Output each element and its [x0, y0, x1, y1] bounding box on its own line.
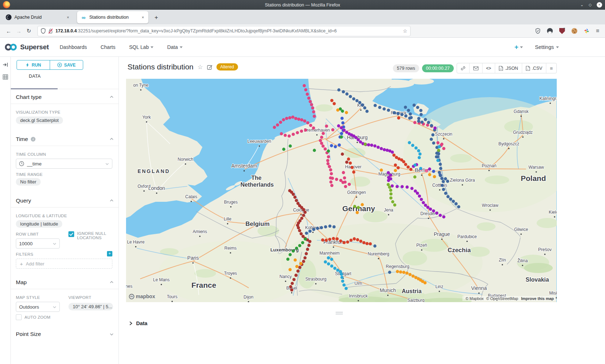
station-dot[interactable]: [442, 180, 445, 183]
save-button[interactable]: SAVE: [50, 60, 83, 69]
station-dot[interactable]: [405, 186, 409, 189]
station-dot[interactable]: [295, 199, 298, 202]
map-style-select[interactable]: Outdoors: [16, 302, 60, 312]
station-dot[interactable]: [440, 143, 444, 146]
station-dot[interactable]: [389, 192, 393, 196]
station-dot[interactable]: [288, 268, 292, 271]
station-dot[interactable]: [440, 177, 444, 180]
station-dot[interactable]: [340, 276, 344, 279]
station-dot[interactable]: [327, 256, 330, 260]
station-dot[interactable]: [420, 120, 424, 124]
station-dot[interactable]: [328, 238, 331, 241]
station-dot[interactable]: [404, 114, 408, 118]
station-dot[interactable]: [400, 113, 404, 116]
tab-apache-druid[interactable]: Apache Druid ×: [2, 11, 73, 23]
station-dot[interactable]: [324, 225, 327, 228]
station-dot[interactable]: [298, 266, 301, 269]
station-dot[interactable]: [352, 170, 355, 174]
station-dot[interactable]: [340, 117, 344, 120]
station-dot[interactable]: [432, 170, 435, 173]
station-dot[interactable]: [430, 124, 433, 127]
station-dot[interactable]: [284, 134, 287, 137]
station-dot[interactable]: [416, 106, 419, 109]
station-dot[interactable]: [331, 177, 334, 180]
station-dot[interactable]: [420, 113, 423, 116]
station-dot[interactable]: [294, 117, 297, 120]
window-minimize-icon[interactable]: ⌄: [580, 3, 583, 7]
station-dot[interactable]: [410, 187, 413, 190]
settings-menu[interactable]: Settings: [535, 44, 559, 50]
station-dot[interactable]: [342, 241, 346, 244]
osm-credit[interactable]: © OpenStreetMap: [486, 296, 518, 301]
station-dot[interactable]: [417, 119, 420, 123]
station-dot[interactable]: [330, 258, 333, 261]
station-dot[interactable]: [352, 97, 355, 100]
station-dot[interactable]: [327, 262, 330, 265]
station-dot[interactable]: [324, 238, 328, 242]
station-dot[interactable]: [322, 132, 325, 135]
tab-close-icon[interactable]: ×: [140, 14, 145, 20]
station-dot[interactable]: [316, 227, 319, 230]
station-dot[interactable]: [439, 214, 442, 217]
improve-map-link[interactable]: Improve this map: [521, 296, 554, 301]
station-dot[interactable]: [337, 124, 340, 128]
station-dot[interactable]: [454, 202, 458, 205]
station-dot[interactable]: [302, 214, 305, 217]
station-dot[interactable]: [292, 278, 296, 281]
station-dot[interactable]: [304, 88, 308, 91]
station-dot[interactable]: [345, 160, 349, 164]
station-dot[interactable]: [389, 188, 393, 192]
station-dot[interactable]: [329, 168, 332, 172]
station-dot[interactable]: [302, 208, 305, 211]
station-dot[interactable]: [447, 195, 450, 198]
station-dot[interactable]: [433, 175, 436, 178]
station-dot[interactable]: [377, 146, 380, 149]
nav-data[interactable]: Data: [167, 44, 183, 50]
station-dot[interactable]: [380, 169, 383, 172]
cookie-extension-icon[interactable]: [572, 28, 577, 34]
tab-data[interactable]: DATA: [29, 74, 41, 79]
station-dot[interactable]: [345, 287, 348, 290]
station-dot[interactable]: [326, 162, 330, 165]
favorite-star-icon[interactable]: ☆: [197, 63, 203, 71]
station-dot[interactable]: [369, 242, 372, 245]
station-dot[interactable]: [282, 148, 286, 151]
station-dot[interactable]: [346, 240, 349, 244]
station-dot[interactable]: [356, 238, 359, 241]
station-dot[interactable]: [449, 197, 452, 201]
station-dot[interactable]: [438, 145, 441, 149]
station-dot[interactable]: [296, 131, 299, 134]
station-dot[interactable]: [304, 128, 307, 132]
tab-stations-distribution[interactable]: ∞ Stations distribution ×: [77, 11, 148, 23]
station-dot[interactable]: [439, 163, 442, 166]
station-dot[interactable]: [441, 184, 444, 187]
station-dot[interactable]: [426, 206, 430, 209]
station-dot[interactable]: [387, 179, 390, 182]
tracking-shield-icon[interactable]: [41, 28, 46, 34]
station-dot[interactable]: [361, 203, 364, 206]
station-dot[interactable]: [294, 274, 297, 277]
station-dot[interactable]: [405, 272, 409, 275]
station-dot[interactable]: [436, 141, 440, 144]
station-dot[interactable]: [418, 153, 422, 156]
station-dot[interactable]: [306, 121, 309, 124]
window-close-icon[interactable]: ×: [597, 2, 602, 8]
station-dot[interactable]: [397, 117, 400, 120]
station-dot[interactable]: [295, 247, 298, 250]
email-button[interactable]: [469, 63, 482, 73]
station-dot[interactable]: [442, 188, 445, 191]
section-time[interactable]: Time i: [16, 136, 114, 142]
viewport-value[interactable]: 10° 24' 49.86" | 5...: [68, 303, 113, 310]
station-dot[interactable]: [329, 181, 332, 184]
station-dot[interactable]: [295, 265, 299, 268]
station-dot[interactable]: [413, 176, 417, 179]
station-dot[interactable]: [313, 149, 316, 152]
station-dot[interactable]: [330, 264, 333, 268]
station-dot[interactable]: [396, 166, 400, 169]
station-dot[interactable]: [353, 237, 356, 241]
bookmark-star-icon[interactable]: ☆: [403, 28, 407, 34]
window-maximize-icon[interactable]: ◇: [589, 3, 592, 7]
insecure-lock-icon[interactable]: [48, 28, 53, 34]
menu-icon[interactable]: ≡: [596, 28, 599, 34]
station-dot[interactable]: [348, 183, 351, 186]
